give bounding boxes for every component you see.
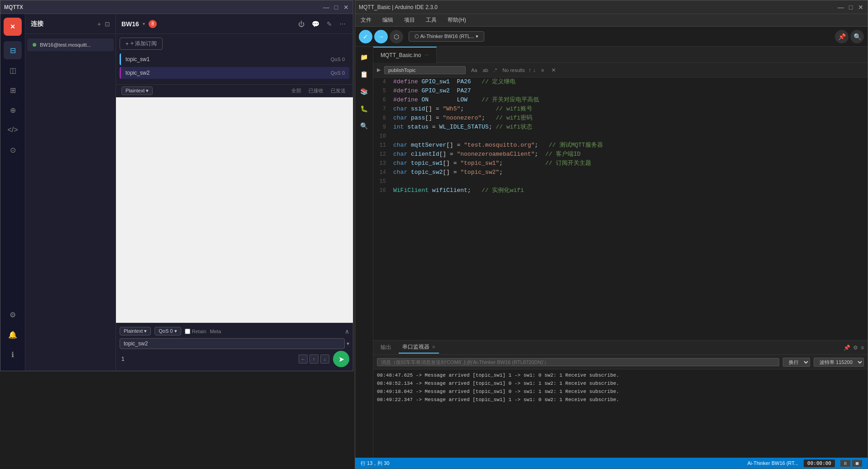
edit-btn[interactable]: ✎: [325, 19, 334, 29]
regex-btn[interactable]: .*: [492, 67, 499, 73]
debug-manager-icon[interactable]: 🐛: [357, 102, 371, 115]
qos-select[interactable]: QoS 0 ▾: [154, 327, 181, 335]
arduino-minimize-btn[interactable]: —: [838, 4, 844, 10]
send-options-select[interactable]: 换行: [783, 358, 810, 367]
power-btn[interactable]: ⏻: [296, 19, 306, 29]
search-nav-btns: ↑ ↓: [529, 67, 536, 73]
menu-project[interactable]: 项目: [402, 15, 417, 25]
upload-btn[interactable]: →: [374, 30, 388, 43]
filter-all-tab[interactable]: 全部: [289, 86, 303, 95]
sidebar-item-notification[interactable]: 🔔: [4, 325, 22, 344]
add-connection-btn[interactable]: +: [97, 20, 101, 28]
topic-dropdown-icon[interactable]: ▾: [347, 340, 349, 347]
more-btn[interactable]: ⋯: [338, 19, 347, 29]
publish-format-select[interactable]: Plaintext ▾: [120, 327, 151, 335]
pin-serial-icon[interactable]: 📌: [844, 345, 850, 351]
search-options-btn[interactable]: ≡: [540, 67, 546, 73]
menu-tools[interactable]: 工具: [424, 15, 439, 25]
code-line-11: 11 char mqttServer[] = "test.mosquitto.o…: [373, 141, 868, 150]
sidebar-item-settings[interactable]: ⚙: [4, 306, 22, 324]
line-content-12[interactable]: char clientId[] = "noonezeroamebaClient"…: [391, 150, 868, 159]
send-btn[interactable]: ➤: [333, 351, 349, 367]
line-content-9[interactable]: int status = WL_IDLE_STATUS; // wifi状态: [391, 123, 868, 132]
next-message-btn[interactable]: ↓: [320, 354, 329, 364]
message-format-select[interactable]: Plaintext ▾: [121, 86, 153, 95]
line-content-5[interactable]: #define GPIO_sw2 PA27: [391, 86, 868, 96]
search-icon[interactable]: 🔍: [357, 119, 371, 133]
menu-file[interactable]: 文件: [359, 15, 373, 25]
sidebar-item-connection[interactable]: ⊟: [4, 41, 22, 59]
prev-message-btn[interactable]: ←: [299, 354, 308, 364]
subscription-item-sw1[interactable]: topic_sw1 QoS 0: [120, 53, 349, 65]
expand-btn[interactable]: ∧: [345, 328, 349, 335]
prev-result-btn[interactable]: ↑: [529, 67, 531, 73]
sidebar-item-info[interactable]: ℹ: [4, 345, 22, 364]
line-content-4[interactable]: #define GPIO_sw1 PA26 // 定义继电: [391, 77, 868, 86]
meta-btn[interactable]: Meta: [210, 329, 221, 334]
file-tab-mqtt-basic[interactable]: MQTT_Basic.ino ⋯: [373, 47, 437, 63]
baud-rate-select[interactable]: 波特率 115200: [814, 358, 864, 367]
verify-btn[interactable]: ✓: [359, 30, 372, 43]
chevron-down-icon[interactable]: ▾: [143, 21, 145, 26]
board-select[interactable]: ⬡ Ai-Thinker BW16 (RTL... ▾: [409, 31, 484, 42]
arduino-close-btn[interactable]: ✕: [858, 4, 864, 10]
sidebar-item-database[interactable]: ⊙: [4, 141, 22, 159]
maximize-btn[interactable]: □: [333, 4, 339, 10]
nav-btn-2[interactable]: ↑: [309, 354, 318, 364]
comment-btn[interactable]: 💬: [310, 19, 321, 29]
arduino-maximize-btn[interactable]: □: [848, 4, 854, 10]
message-input[interactable]: [120, 354, 295, 364]
add-subscription-btn[interactable]: + + 添加订阅: [120, 38, 163, 50]
output-tab[interactable]: 输出: [377, 342, 395, 353]
next-result-btn[interactable]: ↓: [533, 67, 536, 73]
library-manager-icon[interactable]: 📚: [357, 85, 371, 98]
close-btn[interactable]: ✕: [343, 4, 349, 10]
clear-serial-icon[interactable]: ≡: [861, 345, 864, 351]
topic-input[interactable]: [120, 338, 345, 349]
search-toggle-btn[interactable]: 🔍: [850, 30, 864, 43]
search-close-btn[interactable]: ✕: [551, 67, 556, 73]
minimize-btn[interactable]: —: [323, 4, 329, 10]
files-icon[interactable]: 📁: [357, 50, 371, 64]
arduino-titlebar: MQTT_Basic | Arduino IDE 2.3.0 — □ ✕: [355, 0, 868, 14]
line-number-12: 12: [373, 150, 391, 159]
icon-sidebar-bottom: ⚙ 🔔 ℹ: [4, 306, 22, 367]
line-content-7[interactable]: char ssid[] = "Wh5"; // wifi账号: [391, 105, 868, 114]
whole-word-btn[interactable]: ab: [481, 67, 490, 73]
timer-display: 00:00:00: [804, 459, 835, 467]
pin-btn[interactable]: 📌: [835, 30, 849, 43]
line-content-8[interactable]: char pass[] = "noonezero"; // wifi密码: [391, 114, 868, 123]
debug-btn[interactable]: ⬡: [390, 30, 403, 43]
file-tab-more[interactable]: ⋯: [424, 53, 429, 57]
serial-monitor-tab[interactable]: 串口监视器 ✕: [399, 341, 439, 354]
layout-btn[interactable]: ⊡: [105, 20, 110, 28]
filter-sent-tab[interactable]: 已发送: [329, 86, 347, 95]
line-content-10: [391, 132, 868, 141]
sidebar-item-script[interactable]: ◫: [4, 61, 22, 79]
serial-monitor-close[interactable]: ✕: [432, 345, 435, 349]
timer-stop-btn[interactable]: ⏹: [852, 460, 862, 467]
menu-edit[interactable]: 编辑: [381, 15, 395, 25]
serial-input[interactable]: [377, 358, 779, 366]
sidebar-item-add[interactable]: ⊕: [4, 101, 22, 119]
menu-help[interactable]: 帮助(H): [446, 15, 468, 25]
line-content-13[interactable]: char topic_sw1[] = "topic_sw1"; // 订阅开关主…: [391, 159, 868, 168]
sidebar-item-log[interactable]: ⊞: [4, 81, 22, 99]
timer-pause-btn[interactable]: ⏸: [840, 460, 850, 467]
serial-line-4: 08:49:22.347 -> Message arrived [topic_s…: [377, 396, 864, 404]
line-content-14[interactable]: char topic_sw2[] = "topic_sw2";: [391, 168, 868, 177]
subscription-item-sw2[interactable]: topic_sw2 QoS 0: [120, 67, 349, 79]
serial-toolbar: 换行 波特率 115200: [373, 355, 868, 369]
case-sensitive-btn[interactable]: Aa: [469, 67, 479, 73]
board-manager-icon[interactable]: 📋: [357, 67, 371, 81]
settings-serial-icon[interactable]: ⚙: [853, 345, 858, 351]
connection-item[interactable]: BW16@test.mosquitt...: [27, 38, 114, 51]
retain-checkbox[interactable]: [185, 329, 190, 334]
line-content-6[interactable]: #define ON LOW // 开关对应电平高低: [391, 96, 868, 105]
line-content-16[interactable]: WiFiClient wifiClient; // 实例化wifi: [391, 186, 868, 195]
sidebar-item-code[interactable]: </>: [4, 121, 22, 139]
filter-received-tab[interactable]: 已接收: [307, 86, 325, 95]
line-number-11: 11: [373, 141, 391, 150]
search-input[interactable]: [384, 66, 466, 74]
line-content-11[interactable]: char mqttServer[] = "test.mosquitto.org"…: [391, 141, 868, 150]
